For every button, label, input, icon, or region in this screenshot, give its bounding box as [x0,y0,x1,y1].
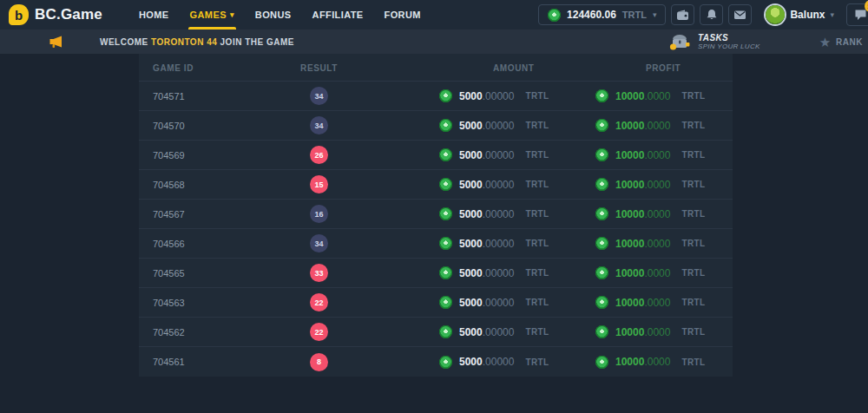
profit-fraction: .0000 [644,297,670,309]
profit-currency: TRTL [681,357,705,367]
result-cell: 33 [291,264,347,282]
announcement-banner: WELCOME TORONTON 44 JOIN THE GAME TASKS … [0,30,868,54]
amount-cell: 5000.00000 TRTL [347,296,540,309]
profit-fraction: .0000 [644,238,670,250]
result-badge: 34 [310,87,328,105]
trtl-coin-icon [595,119,608,132]
result-cell: 26 [291,146,347,164]
game-id: 704569 [139,150,291,161]
result-cell: 8 [291,353,347,371]
table-row[interactable]: 704567 16 5000.00000 TRTL 10000.0000 TRT… [139,200,733,229]
result-cell: 34 [291,234,347,252]
table-row[interactable]: 704565 33 5000.00000 TRTL 10000.0000 TRT… [139,259,733,288]
result-badge: 34 [310,116,328,134]
result-badge: 22 [310,323,328,341]
game-id: 704563 [139,298,291,308]
wallet-button[interactable] [671,4,694,25]
amount-integer: 5000 [459,326,483,338]
trtl-coin-icon [595,89,608,102]
profit-cell: 10000.0000 TRTL [540,89,733,102]
profit-currency: TRTL [681,180,705,189]
tasks-labels: TASKS SPIN YOUR LUCK [698,33,760,51]
profit-fraction: .0000 [644,267,670,279]
amount-fraction: .00000 [483,149,515,161]
trtl-coin-icon [595,237,608,250]
notifications-button[interactable] [700,4,723,25]
trtl-coin-icon [439,148,452,161]
profit-fraction: .0000 [644,208,670,220]
chat-button[interactable]: 10 [846,3,868,26]
trtl-coin-icon [595,296,608,309]
amount-cell: 5000.00000 TRTL [347,325,540,338]
trtl-coin-icon [439,119,452,132]
profit-fraction: .0000 [644,149,670,161]
nav-home[interactable]: HOME [128,0,180,30]
amount-cell: 5000.00000 TRTL [347,237,540,250]
game-id: 704566 [139,239,291,249]
avatar [766,5,785,24]
profit-cell: 10000.0000 TRTL [540,148,733,161]
profit-integer: 10000 [615,356,644,368]
result-cell: 22 [291,323,347,341]
result-badge: 16 [310,205,328,223]
mail-button[interactable] [728,4,752,25]
profit-integer: 10000 [615,179,644,191]
main-nav: HOME GAMES ▾ BONUS AFFILIATE FORUM [128,0,431,30]
table-row[interactable]: 704570 34 5000.00000 TRTL 10000.0000 TRT… [139,111,733,141]
star-icon: ★ [819,36,831,49]
profit-integer: 10000 [615,90,644,102]
nav-games[interactable]: GAMES ▾ [180,0,245,30]
result-cell: 22 [291,293,347,311]
table-row[interactable]: 704571 34 5000.00000 TRTL 10000.0000 TRT… [139,82,733,111]
column-header-game-id: GAME ID [139,63,291,73]
main-content: GAME ID RESULT AMOUNT PROFIT 704571 34 5… [0,54,868,413]
table-row[interactable]: 704561 8 5000.00000 TRTL 10000.0000 TRTL [139,347,733,377]
wallet-icon [676,10,689,21]
result-badge: 8 [310,353,328,371]
profit-integer: 10000 [615,267,644,279]
result-badge: 26 [310,146,328,164]
treasure-chest-icon [668,33,691,50]
chevron-down-icon: ▾ [653,10,657,19]
megaphone-icon [48,36,63,49]
column-header-result: RESULT [291,63,347,73]
nav-forum[interactable]: FORUM [374,0,431,30]
trtl-coin-icon [595,178,608,191]
rank-widget[interactable]: ★ RANK [819,36,863,49]
bcgame-logo-icon: b [9,4,29,25]
trtl-coin-icon [439,207,452,220]
amount-cell: 5000.00000 TRTL [347,207,540,220]
result-cell: 16 [291,205,347,223]
table-row[interactable]: 704566 34 5000.00000 TRTL 10000.0000 TRT… [139,229,733,259]
profit-currency: TRTL [681,327,705,337]
profit-fraction: .0000 [644,356,670,368]
amount-integer: 5000 [459,356,483,368]
logo[interactable]: b BC.Game [9,4,102,25]
tasks-widget[interactable]: TASKS SPIN YOUR LUCK [668,33,760,51]
welcome-username: TORONTON 44 [151,37,217,47]
result-badge: 33 [310,264,328,282]
profit-fraction: .0000 [644,120,670,132]
amount-integer: 5000 [459,297,483,309]
nav-bonus[interactable]: BONUS [245,0,302,30]
header-right: 124460.06 TRTL ▾ Balunx [538,3,868,26]
chevron-down-icon: ▾ [230,10,234,19]
trtl-coin-icon [439,237,452,250]
column-header-amount: AMOUNT [347,63,540,73]
tasks-title: TASKS [698,33,760,43]
table-row[interactable]: 704569 26 5000.00000 TRTL 10000.0000 TRT… [139,141,733,170]
trtl-coin-icon [439,356,452,369]
amount-cell: 5000.00000 TRTL [347,148,540,161]
amount-fraction: .00000 [483,238,515,250]
amount-fraction: .00000 [483,267,515,279]
table-row[interactable]: 704562 22 5000.00000 TRTL 10000.0000 TRT… [139,318,733,347]
table-row[interactable]: 704568 15 5000.00000 TRTL 10000.0000 TRT… [139,170,733,200]
envelope-icon [733,10,746,20]
nav-affiliate[interactable]: AFFILIATE [302,0,374,30]
user-menu[interactable]: Balunx ▾ [766,5,834,24]
welcome-message: WELCOME TORONTON 44 JOIN THE GAME [100,37,294,47]
balance-selector[interactable]: 124460.06 TRTL ▾ [538,4,666,25]
table-row[interactable]: 704563 22 5000.00000 TRTL 10000.0000 TRT… [139,288,733,318]
amount-cell: 5000.00000 TRTL [347,178,540,191]
trtl-coin-icon [595,325,608,338]
